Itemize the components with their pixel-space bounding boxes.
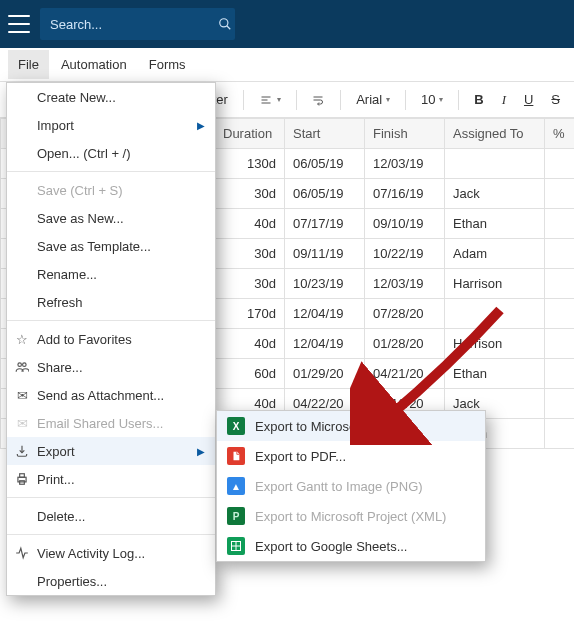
cell-assigned[interactable]: Harrison (445, 329, 545, 359)
menu-automation[interactable]: Automation (51, 50, 137, 79)
cell-finish[interactable]: 01/28/20 (365, 329, 445, 359)
cell-duration[interactable]: 170d (215, 299, 285, 329)
chevron-down-icon: ▾ (277, 95, 281, 104)
menu-file[interactable]: File (8, 50, 49, 79)
align-button[interactable]: ▾ (253, 90, 287, 110)
menu-properties[interactable]: Properties... (7, 567, 215, 595)
project-icon: P (227, 507, 245, 525)
underline-button[interactable]: U (518, 88, 539, 111)
cell-pct[interactable] (545, 359, 575, 389)
menu-open[interactable]: Open... (Ctrl + /) (7, 139, 215, 167)
star-icon: ☆ (14, 331, 30, 347)
cell-start[interactable]: 06/05/19 (285, 179, 365, 209)
menu-send-attachment[interactable]: ✉Send as Attachment... (7, 381, 215, 409)
menu-save-as[interactable]: Save as New... (7, 204, 215, 232)
bold-button[interactable]: B (468, 88, 489, 111)
cell-pct[interactable] (545, 209, 575, 239)
menu-create-new[interactable]: Create New... (7, 83, 215, 111)
col-assigned[interactable]: Assigned To (445, 119, 545, 149)
export-excel[interactable]: XExport to Microsoft Excel (217, 411, 485, 441)
divider (7, 320, 215, 321)
wrap-button[interactable] (305, 90, 331, 110)
cell-start[interactable]: 06/05/19 (285, 149, 365, 179)
cell-pct[interactable] (545, 389, 575, 419)
cell-finish[interactable]: 07/16/19 (365, 179, 445, 209)
search-box[interactable] (40, 8, 235, 40)
export-google-sheets[interactable]: Export to Google Sheets... (217, 531, 485, 561)
export-pdf[interactable]: Export to PDF... (217, 441, 485, 471)
cell-finish[interactable]: 12/03/19 (365, 269, 445, 299)
cell-assigned[interactable]: Harrison (445, 269, 545, 299)
menu-export[interactable]: Export▶ (7, 437, 215, 465)
cell-pct[interactable] (545, 329, 575, 359)
menu-share[interactable]: Share... (7, 353, 215, 381)
menu-add-favorites[interactable]: ☆Add to Favorites (7, 325, 215, 353)
menu-save: Save (Ctrl + S) (7, 176, 215, 204)
separator (340, 90, 341, 110)
cell-duration[interactable]: 30d (215, 269, 285, 299)
cell-assigned[interactable]: Jack (445, 179, 545, 209)
col-start[interactable]: Start (285, 119, 365, 149)
col-duration[interactable]: Duration (215, 119, 285, 149)
cell-finish[interactable]: 10/22/19 (365, 239, 445, 269)
svg-point-8 (23, 363, 26, 367)
cell-finish[interactable]: 12/03/19 (365, 149, 445, 179)
cell-pct[interactable] (545, 299, 575, 329)
cell-duration[interactable]: 30d (215, 179, 285, 209)
cell-duration[interactable]: 60d (215, 359, 285, 389)
menu-forms[interactable]: Forms (139, 50, 196, 79)
menu-save-template[interactable]: Save as Template... (7, 232, 215, 260)
search-icon[interactable] (218, 17, 232, 31)
cell-assigned[interactable] (445, 149, 545, 179)
cell-start[interactable]: 09/11/19 (285, 239, 365, 269)
envelope-icon: ✉ (14, 415, 30, 431)
cell-duration[interactable]: 30d (215, 239, 285, 269)
col-percent[interactable]: % (545, 119, 575, 149)
cell-assigned[interactable]: Ethan (445, 209, 545, 239)
menu-delete[interactable]: Delete... (7, 502, 215, 530)
strike-button[interactable]: S (545, 88, 566, 111)
col-finish[interactable]: Finish (365, 119, 445, 149)
cell-pct[interactable] (545, 179, 575, 209)
cell-start[interactable]: 12/04/19 (285, 299, 365, 329)
cell-assigned[interactable] (445, 299, 545, 329)
cell-pct[interactable] (545, 269, 575, 299)
divider (7, 171, 215, 172)
cell-start[interactable]: 10/23/19 (285, 269, 365, 299)
cell-pct[interactable] (545, 239, 575, 269)
cell-start[interactable]: 07/17/19 (285, 209, 365, 239)
cell-start[interactable]: 01/29/20 (285, 359, 365, 389)
menu-print[interactable]: Print... (7, 465, 215, 493)
envelope-icon: ✉ (14, 387, 30, 403)
cell-duration[interactable]: 40d (215, 209, 285, 239)
italic-button[interactable]: I (496, 88, 512, 112)
chevron-right-icon: ▶ (197, 120, 205, 131)
svg-point-0 (220, 19, 228, 27)
font-size-select[interactable]: 10 ▾ (415, 88, 449, 111)
menu-refresh[interactable]: Refresh (7, 288, 215, 316)
cell-pct[interactable] (545, 419, 575, 449)
menu-activity-log[interactable]: View Activity Log... (7, 539, 215, 567)
menu-bar: File Automation Forms (0, 48, 574, 82)
chevron-right-icon: ▶ (197, 446, 205, 457)
cell-assigned[interactable]: Adam (445, 239, 545, 269)
cell-finish[interactable]: 07/28/20 (365, 299, 445, 329)
search-input[interactable] (50, 17, 218, 32)
google-sheets-icon (227, 537, 245, 555)
svg-point-7 (18, 363, 22, 367)
cell-pct[interactable] (545, 149, 575, 179)
cell-duration[interactable]: 130d (215, 149, 285, 179)
cell-start[interactable]: 12/04/19 (285, 329, 365, 359)
menu-import[interactable]: Import▶ (7, 111, 215, 139)
cell-finish[interactable]: 04/21/20 (365, 359, 445, 389)
activity-icon (14, 545, 30, 561)
font-family-select[interactable]: Arial ▾ (350, 88, 396, 111)
chevron-down-icon: ▾ (386, 95, 390, 104)
cell-duration[interactable]: 40d (215, 329, 285, 359)
hamburger-menu-icon[interactable] (8, 15, 30, 33)
cell-assigned[interactable]: Ethan (445, 359, 545, 389)
cell-finish[interactable]: 09/10/19 (365, 209, 445, 239)
menu-rename[interactable]: Rename... (7, 260, 215, 288)
svg-rect-10 (20, 474, 25, 478)
export-project: PExport to Microsoft Project (XML) (217, 501, 485, 531)
